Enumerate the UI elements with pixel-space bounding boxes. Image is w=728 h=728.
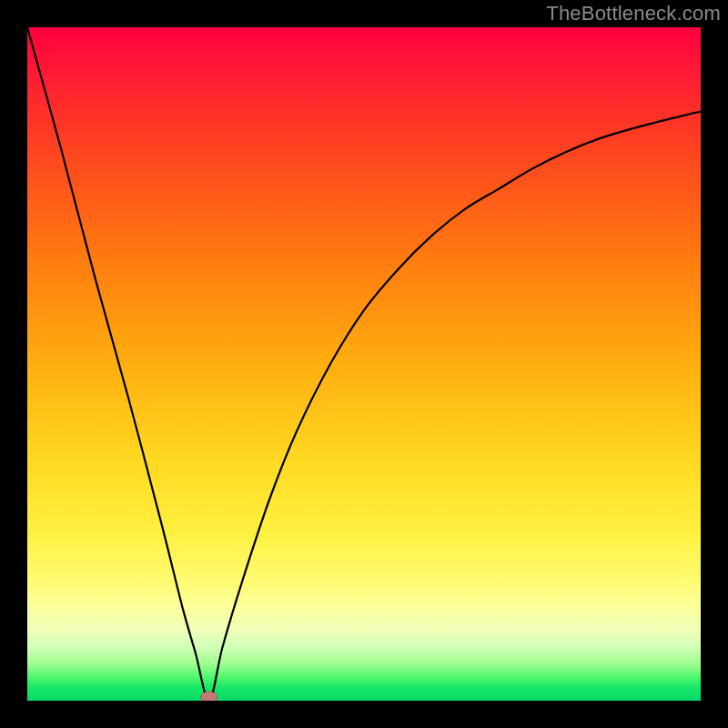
watermark-text: TheBottleneck.com — [546, 2, 721, 25]
bottleneck-curve — [27, 27, 701, 701]
plot-area — [27, 27, 701, 701]
optimum-marker — [201, 692, 217, 701]
curve-path — [27, 27, 701, 701]
chart-frame: TheBottleneck.com — [0, 0, 728, 728]
